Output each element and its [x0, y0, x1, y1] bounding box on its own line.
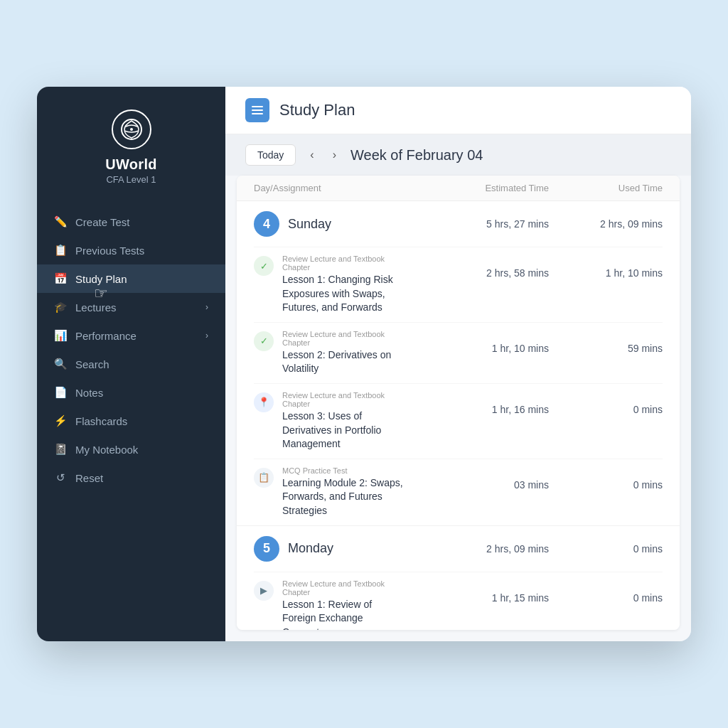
assignment-used-time: 0 mins [549, 466, 663, 491]
day-estimated-time: 5 hrs, 27 mins [407, 218, 549, 230]
day-row: 5Monday2 hrs, 09 mins0 mins [254, 526, 663, 572]
assignment-text: Review Lecture and Textbook ChapterLesso… [282, 391, 407, 451]
assignment-type: Review Lecture and Textbook Chapter [282, 391, 407, 408]
previous-tests-icon: 📋 [54, 244, 67, 257]
day-number-badge: 4 [254, 211, 279, 237]
sidebar-item-label: Previous Tests [75, 245, 144, 257]
sidebar-item-search[interactable]: 🔍Search [37, 350, 225, 378]
sidebar-item-flashcards[interactable]: ⚡Flashcards [37, 407, 225, 435]
play-icon: ▶ [254, 581, 274, 601]
study-table: Day/Assignment Estimated Time Used Time … [237, 176, 680, 630]
search-icon: 🔍 [54, 358, 67, 370]
assignment-used-time: 1 hr, 10 mins [549, 255, 663, 279]
day-used-time: 0 mins [549, 543, 663, 555]
sidebar-item-label: Reset [75, 472, 103, 484]
nav-expand-arrow: › [205, 302, 208, 312]
assignment-label: 📍Review Lecture and Textbook ChapterLess… [254, 391, 407, 451]
done-icon: ✓ [254, 256, 274, 276]
doc-icon: 📋 [254, 468, 274, 488]
day-number-badge: 5 [254, 536, 279, 562]
assignment-title: Lesson 1: Review of Foreign Exchange Con… [282, 598, 407, 630]
assignment-text: Review Lecture and Textbook ChapterLesso… [282, 579, 407, 630]
performance-icon: 📊 [54, 329, 67, 342]
sidebar-item-label: Search [75, 358, 109, 370]
svg-rect-3 [252, 109, 263, 111]
page-title: Study Plan [279, 101, 355, 119]
sidebar-item-label: Flashcards [75, 415, 127, 427]
day-label: 4Sunday [254, 211, 407, 237]
svg-rect-2 [252, 106, 263, 107]
assignment-type: Review Lecture and Textbook Chapter [282, 255, 407, 272]
pin-icon: 📍 [254, 392, 274, 412]
assignment-row[interactable]: ▶Review Lecture and Textbook ChapterLess… [254, 572, 663, 630]
assignment-label: ✓Review Lecture and Textbook ChapterLess… [254, 330, 407, 376]
sidebar-item-study-plan[interactable]: 📅Study Plan☞ [37, 264, 225, 293]
app-logo [112, 109, 151, 149]
sidebar-item-label: Notes [75, 387, 103, 399]
week-label: Week of February 04 [350, 147, 483, 164]
assignment-title: Learning Module 2: Swaps, Forwards, and … [282, 476, 407, 518]
col-header-assignment: Day/Assignment [254, 183, 407, 193]
assignment-used-time: 0 mins [549, 391, 663, 415]
next-week-button[interactable]: › [328, 146, 341, 164]
sidebar-item-notes[interactable]: 📄Notes [37, 378, 225, 407]
day-row: 4Sunday5 hrs, 27 mins2 hrs, 09 mins [254, 201, 663, 247]
assignment-row[interactable]: 📋MCQ Practice TestLearning Module 2: Swa… [254, 459, 663, 525]
day-label: 5Monday [254, 536, 407, 562]
svg-rect-4 [252, 113, 263, 114]
sidebar-item-reset[interactable]: ↺Reset [37, 464, 225, 492]
day-estimated-time: 2 hrs, 09 mins [407, 543, 549, 555]
assignment-title: Lesson 2: Derivatives on Volatility [282, 348, 407, 376]
sidebar-nav: ✏️Create Test📋Previous Tests📅Study Plan☞… [37, 199, 225, 630]
create-test-icon: ✏️ [54, 215, 67, 228]
prev-week-button[interactable]: ‹ [306, 146, 318, 164]
app-name: UWorld [105, 156, 157, 173]
flashcards-icon: ⚡ [54, 414, 67, 427]
menu-button[interactable] [245, 98, 269, 122]
assignment-type: MCQ Practice Test [282, 466, 407, 475]
done-icon: ✓ [254, 331, 274, 351]
sidebar-item-label: Create Test [75, 216, 129, 228]
sidebar-item-label: Performance [75, 330, 136, 342]
reset-icon: ↺ [54, 471, 67, 484]
day-name: Monday [288, 541, 333, 556]
sidebar-item-lectures[interactable]: 🎓Lectures› [37, 293, 225, 321]
main-content: Study Plan Today ‹ › Week of February 04… [225, 87, 691, 641]
assignment-title: Lesson 3: Uses of Derivatives in Portfol… [282, 410, 407, 451]
assignment-text: MCQ Practice TestLearning Module 2: Swap… [282, 466, 407, 518]
study-plan-icon: 📅 [54, 272, 67, 285]
table-body: 4Sunday5 hrs, 27 mins2 hrs, 09 mins✓Revi… [237, 201, 680, 630]
today-button[interactable]: Today [245, 144, 296, 166]
assignment-row[interactable]: ✓Review Lecture and Textbook ChapterLess… [254, 247, 663, 322]
assignment-type: Review Lecture and Textbook Chapter [282, 330, 407, 347]
assignment-label: 📋MCQ Practice TestLearning Module 2: Swa… [254, 466, 407, 518]
notes-icon: 📄 [54, 386, 67, 399]
col-header-estimated: Estimated Time [407, 183, 549, 193]
my-notebook-icon: 📓 [54, 443, 67, 456]
sidebar-item-performance[interactable]: 📊Performance› [37, 321, 225, 350]
lectures-icon: 🎓 [54, 301, 67, 314]
assignment-row[interactable]: ✓Review Lecture and Textbook ChapterLess… [254, 322, 663, 383]
table-header: Day/Assignment Estimated Time Used Time [237, 176, 680, 201]
sidebar-item-label: My Notebook [75, 444, 138, 456]
assignment-label: ✓Review Lecture and Textbook ChapterLess… [254, 255, 407, 315]
main-header: Study Plan [225, 87, 691, 134]
assignment-text: Review Lecture and Textbook ChapterLesso… [282, 255, 407, 315]
day-used-time: 2 hrs, 09 mins [549, 218, 663, 230]
sidebar-item-label: Lectures [75, 301, 117, 314]
sidebar-item-create-test[interactable]: ✏️Create Test [37, 208, 225, 236]
logo-area: UWorld CFA Level 1 [37, 87, 225, 199]
assignment-type: Review Lecture and Textbook Chapter [282, 579, 407, 596]
app-subtitle: CFA Level 1 [106, 174, 156, 185]
assignment-estimated-time: 1 hr, 15 mins [407, 579, 549, 604]
sidebar-item-my-notebook[interactable]: 📓My Notebook [37, 435, 225, 464]
day-name: Sunday [288, 217, 331, 232]
assignment-estimated-time: 03 mins [407, 466, 549, 491]
assignment-row[interactable]: 📍Review Lecture and Textbook ChapterLess… [254, 383, 663, 459]
assignment-estimated-time: 2 hrs, 58 mins [407, 255, 549, 279]
assignment-label: ▶Review Lecture and Textbook ChapterLess… [254, 579, 407, 630]
sidebar-item-previous-tests[interactable]: 📋Previous Tests [37, 236, 225, 264]
week-nav-bar: Today ‹ › Week of February 04 [225, 134, 691, 176]
assignment-used-time: 59 mins [549, 330, 663, 354]
assignment-used-time: 0 mins [549, 579, 663, 604]
